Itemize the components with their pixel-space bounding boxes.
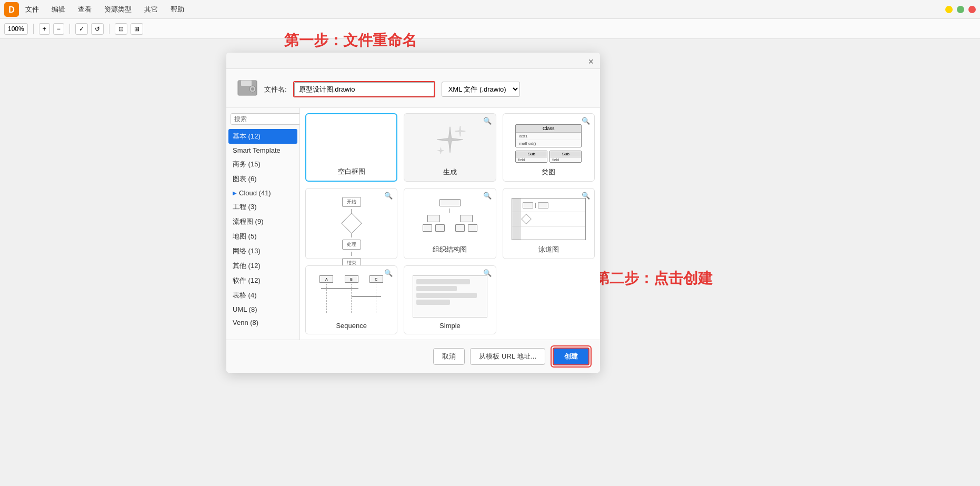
window-controls <box>945 6 976 13</box>
app-logo: D <box>4 2 19 17</box>
title-bar: D 文件 编辑 查看 资源类型 其它 帮助 <box>0 0 980 19</box>
svg-text:D: D <box>8 5 15 14</box>
simple-search-icon: 🔍 <box>483 269 492 277</box>
menu-other[interactable]: 其它 <box>142 4 160 15</box>
template-swimlane[interactable]: 🔍 <box>503 188 595 259</box>
template-blank[interactable]: 空白框图 <box>305 113 397 182</box>
sidebar-item-table[interactable]: 表格 (4) <box>226 288 299 303</box>
menu-bar: 文件 编辑 查看 资源类型 其它 帮助 <box>23 4 186 15</box>
toolbar-separator-3 <box>109 24 109 34</box>
modal-header: × <box>226 53 600 69</box>
template-generate[interactable]: 🔍 生成 <box>404 113 496 182</box>
template-class[interactable]: 🔍 Class attr1 method() Sub field <box>503 113 595 182</box>
toolbar-zoom-value[interactable]: 100% <box>4 23 28 35</box>
template-swimlane-label: 泳道图 <box>538 241 559 254</box>
swim-item-2 <box>538 202 548 209</box>
modal-footer: 取消 从模板 URL 地址... 创建 <box>226 340 600 373</box>
menu-view[interactable]: 查看 <box>76 4 94 15</box>
template-class-label: 类图 <box>542 163 555 177</box>
simple-preview <box>413 275 487 318</box>
filetype-select[interactable]: XML 文件 (.drawio) PNG 图片 (.png) SVG 矢量图 (… <box>442 82 520 97</box>
sidebar-item-engineering[interactable]: 工程 (3) <box>226 200 299 214</box>
sidebar-item-flowchart[interactable]: 流程图 (9) <box>226 214 299 229</box>
org-mid-row <box>423 215 477 232</box>
flow-decision-diamond <box>341 213 362 234</box>
toolbar-delete[interactable]: ⊡ <box>115 23 127 35</box>
flowchart-preview: 开始 处理 结束 <box>342 197 361 268</box>
toolbar-redo[interactable]: ↺ <box>91 23 104 35</box>
menu-edit[interactable]: 编辑 <box>49 4 67 15</box>
sidebar-item-network[interactable]: 网络 (13) <box>226 244 299 259</box>
sidebar-item-cloud[interactable]: ▶ Cloud (41) <box>226 186 299 200</box>
generate-preview <box>432 118 468 163</box>
menu-file[interactable]: 文件 <box>23 4 41 15</box>
swim-content-2 <box>521 214 586 224</box>
sidebar-item-uml[interactable]: UML (8) <box>226 303 299 316</box>
template-sidebar: 🔍 基本 (12) Smart Template 商务 (15) 图表 (6) … <box>226 108 300 340</box>
seq-msg-1 <box>321 288 358 289</box>
cloud-expand-icon: ▶ <box>233 190 237 196</box>
template-orgchart-label: 组织结构图 <box>433 241 467 254</box>
generate-search-icon: 🔍 <box>483 117 492 125</box>
disk-icon <box>237 76 258 102</box>
template-simple-label: Simple <box>439 318 461 330</box>
template-orgchart[interactable]: 🔍 <box>404 188 496 259</box>
swim-arrow-1 <box>535 203 536 208</box>
sidebar-item-other[interactable]: 其他 (12) <box>226 259 299 273</box>
org-bot-right-2 <box>468 224 477 232</box>
menu-help[interactable]: 帮助 <box>168 4 186 15</box>
close-button[interactable] <box>968 6 976 13</box>
toolbar-separator-2 <box>69 24 70 34</box>
orgchart-preview <box>423 199 477 232</box>
flowchart-search-icon: 🔍 <box>384 192 393 200</box>
org-top-node <box>439 199 461 206</box>
template-sequence[interactable]: 🔍 A B C <box>305 265 397 334</box>
sidebar-item-basic[interactable]: 基本 (12) <box>228 129 297 144</box>
create-button[interactable]: 创建 <box>553 348 589 365</box>
template-simple[interactable]: 🔍 Simple <box>404 265 496 334</box>
menu-resource[interactable]: 资源类型 <box>102 4 134 15</box>
search-input[interactable] <box>231 113 300 125</box>
swim-header-1 <box>512 199 521 212</box>
org-mid-right <box>460 215 473 222</box>
filename-label: 文件名: <box>264 85 287 94</box>
toolbar-grid[interactable]: ⊞ <box>131 23 143 35</box>
swim-row-3 <box>512 226 586 240</box>
minimize-button[interactable] <box>945 6 953 13</box>
create-highlight-box: 创建 <box>551 345 592 368</box>
url-button[interactable]: 从模板 URL 地址... <box>470 348 545 365</box>
maximize-button[interactable] <box>957 6 964 13</box>
orgchart-search-icon: 🔍 <box>483 192 492 200</box>
toolbar-zoom-out[interactable]: − <box>53 23 64 35</box>
toolbar-undo[interactable]: ✓ <box>75 23 88 35</box>
swim-row-1 <box>512 199 586 212</box>
simple-bar-1 <box>416 279 470 284</box>
swimlane-search-icon: 🔍 <box>582 192 590 200</box>
swim-row-2 <box>512 212 586 226</box>
simple-bar-2 <box>416 286 457 291</box>
cancel-button[interactable]: 取消 <box>433 348 465 365</box>
toolbar-zoom-in[interactable]: + <box>39 23 50 35</box>
seq-msg-2 <box>352 296 382 297</box>
class-preview: Class attr1 method() Sub field Sub fi <box>507 118 590 163</box>
template-grid: 空白框图 🔍 生成 🔍 <box>300 108 600 340</box>
modal-close-button[interactable]: × <box>588 57 594 66</box>
sidebar-item-venn[interactable]: Venn (8) <box>226 316 299 329</box>
org-bot-right-1 <box>455 224 465 232</box>
svg-rect-3 <box>241 81 252 86</box>
sidebar-item-charts[interactable]: 图表 (6) <box>226 172 299 186</box>
simple-bar-4 <box>416 300 450 305</box>
filename-input[interactable] <box>294 82 434 96</box>
class-search-icon: 🔍 <box>582 117 590 125</box>
swim-diamond <box>521 214 532 224</box>
sidebar-item-business[interactable]: 商务 (15) <box>226 157 299 172</box>
filename-input-wrapper <box>293 81 435 97</box>
step1-annotation: 第一步：文件重命名 <box>284 31 417 51</box>
sidebar-item-map[interactable]: 地图 (5) <box>226 229 299 244</box>
sidebar-item-software[interactable]: 软件 (12) <box>226 273 299 288</box>
template-blank-label: 空白框图 <box>338 163 365 176</box>
sidebar-item-smart-template[interactable]: Smart Template <box>226 144 299 157</box>
flow-process-box: 处理 <box>342 240 361 250</box>
seq-actor-2: B <box>345 275 358 313</box>
template-flowchart[interactable]: 🔍 开始 处理 结束 流程图 <box>305 188 397 259</box>
